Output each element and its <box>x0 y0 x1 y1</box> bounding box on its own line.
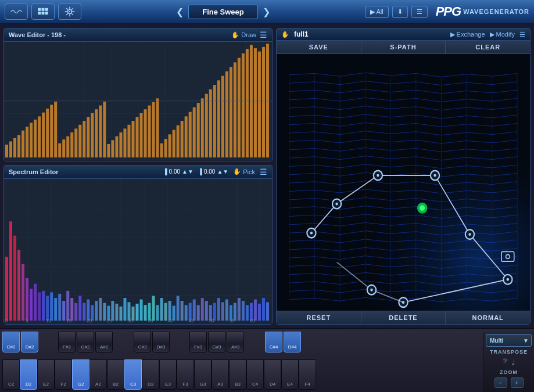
key-dsharp3[interactable]: D#3 <box>152 332 170 353</box>
settings-btn[interactable] <box>58 3 81 20</box>
draw-btn[interactable]: ✋ Draw <box>231 31 256 39</box>
svg-rect-18 <box>5 145 8 157</box>
svg-rect-65 <box>197 103 200 157</box>
transpose-bass-icon[interactable]: 𝄢 <box>503 357 508 367</box>
key-fsharp3[interactable]: F#3 <box>189 332 207 353</box>
key-e3[interactable]: E3 <box>159 359 177 390</box>
key-f3[interactable]: F3 <box>177 359 194 390</box>
next-preset-btn[interactable]: ❯ <box>260 6 273 17</box>
svg-rect-86 <box>5 257 8 321</box>
clear-btn[interactable]: CLEAR <box>446 41 530 53</box>
wave-editor: Wave Editor - 198 - ✋ Draw ☰ <box>3 28 273 161</box>
transpose-note-icon[interactable]: ♩ <box>511 357 515 367</box>
key-b2[interactable]: B2 <box>107 359 124 390</box>
svg-rect-22 <box>21 131 24 157</box>
key-c3[interactable]: C3 <box>124 359 142 390</box>
wavetable-bottom-buttons: RESET DELETE NORMAL <box>277 311 530 324</box>
download-btn[interactable]: ⬇ <box>392 6 408 18</box>
save-btn[interactable]: SAVE <box>277 41 361 53</box>
wave-display <box>4 42 272 161</box>
key-csharp4[interactable]: C#4 <box>265 332 282 353</box>
svg-line-15 <box>66 13 67 15</box>
wave-editor-menu-icon[interactable]: ☰ <box>260 30 267 39</box>
pick-btn[interactable]: ✋ Pick <box>233 168 255 175</box>
menu-btn[interactable]: ☰ <box>411 6 428 18</box>
transpose-label: TRANSPOSE <box>486 349 532 355</box>
wavetable-title-area: ✋ full1 <box>281 30 309 38</box>
key-asharp3[interactable]: A#3 <box>227 332 244 353</box>
exchange-btn[interactable]: ▶ Exchange <box>450 31 485 38</box>
key-csharp2[interactable]: C#2 <box>2 332 20 353</box>
key-fsharp2[interactable]: F#2 <box>58 332 76 353</box>
svg-rect-44 <box>111 140 114 157</box>
svg-rect-5 <box>45 12 48 15</box>
svg-rect-103 <box>74 303 77 321</box>
wavetable-name: full1 <box>294 30 309 38</box>
spectrum-canvas[interactable]: 0 5 10 15 20 25 30 35 40 45 50 55 60 <box>4 179 272 324</box>
spectrum-menu-icon[interactable]: ☰ <box>260 167 267 177</box>
wavetable-menu-icon[interactable]: ☰ <box>519 31 525 38</box>
top-right-controls: ▶ All ⬇ ☰ <box>365 6 428 18</box>
svg-rect-56 <box>160 143 163 157</box>
svg-rect-128 <box>177 296 180 321</box>
svg-rect-60 <box>177 125 180 157</box>
main-content: Wave Editor - 198 - ✋ Draw ☰ <box>0 24 534 328</box>
waveform-btn[interactable] <box>5 3 28 20</box>
key-g2[interactable]: G2 <box>72 359 89 390</box>
svg-point-187 <box>507 278 509 281</box>
wavetable-display[interactable] <box>277 54 530 311</box>
wave-canvas[interactable] <box>4 42 272 161</box>
svg-rect-64 <box>193 107 196 157</box>
key-csharp3[interactable]: C#3 <box>134 332 151 353</box>
svg-point-195 <box>370 289 372 292</box>
multi-label: Multi <box>486 337 521 344</box>
multi-arrow[interactable]: ▼ <box>521 337 531 344</box>
key-gsharp3[interactable]: G#3 <box>208 332 225 353</box>
svg-rect-36 <box>78 125 81 157</box>
key-dsharp4[interactable]: D#4 <box>284 332 301 353</box>
top-bar: ❮ Fine Sweep ❯ ▶ All ⬇ ☰ PPG WAVEGENERAT… <box>0 0 534 24</box>
key-a2[interactable]: A2 <box>89 359 107 390</box>
key-c4[interactable]: C4 <box>246 359 264 390</box>
svg-rect-97 <box>50 292 53 321</box>
value-2: 0.00 <box>204 168 215 175</box>
octave3-black-group: C#3 D#3 F#3 G#3 A#3 <box>134 332 263 357</box>
key-d3[interactable]: D3 <box>142 359 159 390</box>
prev-preset-btn[interactable]: ❮ <box>174 6 186 17</box>
svg-point-181 <box>377 174 379 177</box>
key-gsharp2[interactable]: G#2 <box>77 332 94 353</box>
key-d4[interactable]: D4 <box>264 359 281 390</box>
multi-select[interactable]: Multi ▼ <box>486 334 532 347</box>
grid-btn[interactable] <box>31 3 55 20</box>
svg-rect-47 <box>123 128 126 157</box>
wavetable-header: ✋ full1 ▶ Exchange ▶ Modify ☰ <box>277 28 530 41</box>
svg-rect-87 <box>9 221 12 321</box>
svg-rect-89 <box>17 250 20 321</box>
key-b3[interactable]: B3 <box>229 359 246 390</box>
all-btn[interactable]: ▶ All <box>365 6 389 18</box>
modify-btn[interactable]: ▶ Modify <box>490 31 515 38</box>
key-a3[interactable]: A3 <box>212 359 229 390</box>
zoom-in-btn[interactable]: + <box>511 377 524 388</box>
key-d2[interactable]: D2 <box>20 359 37 390</box>
key-c2[interactable]: C2 <box>2 359 20 390</box>
svg-rect-144 <box>242 301 245 321</box>
reset-btn[interactable]: RESET <box>277 311 361 324</box>
delete-btn[interactable]: DELETE <box>361 311 446 324</box>
svg-line-14 <box>71 8 73 9</box>
key-e2[interactable]: E2 <box>37 359 55 390</box>
spectrum-editor-header: Spectrum Editor ▐ 0.00 ▲▼ ▐ 0.00 ▲▼ ✋ Pi <box>4 166 272 179</box>
zoom-out-btn[interactable]: − <box>494 377 507 388</box>
normal-btn[interactable]: NORMAL <box>446 311 530 324</box>
spath-btn[interactable]: S-PATH <box>361 41 446 53</box>
key-g3[interactable]: G3 <box>194 359 212 390</box>
svg-rect-129 <box>181 301 184 321</box>
svg-rect-66 <box>201 98 204 157</box>
key-dsharp2[interactable]: D#2 <box>21 332 38 353</box>
key-asharp2[interactable]: A#2 <box>95 332 113 353</box>
svg-text:45: 45 <box>189 317 194 323</box>
key-f2[interactable]: F2 <box>55 359 72 390</box>
key-e4[interactable]: E4 <box>281 359 299 390</box>
svg-rect-114 <box>119 306 122 320</box>
key-f4[interactable]: F4 <box>299 359 316 390</box>
